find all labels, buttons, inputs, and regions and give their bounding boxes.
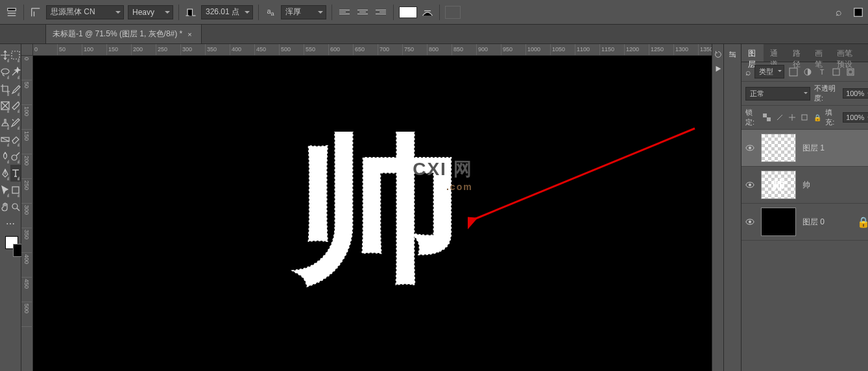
align-left-button[interactable]: [337, 6, 352, 19]
lock-pixels-icon[interactable]: [775, 112, 784, 123]
tab-layers[interactable]: 图层: [741, 44, 764, 62]
dodge-tool[interactable]: [10, 148, 21, 165]
history-icon[interactable]: [713, 49, 723, 60]
brush-tool[interactable]: [10, 97, 21, 114]
text-color-swatch[interactable]: [399, 6, 417, 18]
zoom-tool[interactable]: [10, 198, 21, 215]
blend-mode-dropdown[interactable]: 正常: [745, 87, 810, 101]
right-panels: 图层 通道 路径 画笔 画笔预设 ≡ ⌕ 类型 T 正常 不透明度: 10: [723, 44, 868, 371]
hand-tool[interactable]: [0, 198, 10, 215]
font-weight-dropdown[interactable]: Heavy: [128, 5, 173, 19]
gradient-tool[interactable]: [0, 131, 10, 148]
character-panel-toggle[interactable]: [445, 6, 461, 19]
lock-position-icon[interactable]: [788, 112, 796, 123]
layer-thumbnail[interactable]: 帅: [761, 171, 796, 199]
warp-text-icon[interactable]: [421, 6, 434, 19]
visibility-toggle[interactable]: [745, 180, 754, 189]
watermark: CXI 网 .com: [413, 157, 472, 192]
svg-point-5: [12, 155, 17, 160]
tab-brush-presets[interactable]: 画笔预设: [830, 44, 862, 62]
crop-tool[interactable]: [0, 80, 10, 97]
tab-title: 未标题-1 @ 71.5% (图层 1, 灰色/8#) *: [53, 29, 182, 40]
document-tab[interactable]: 未标题-1 @ 71.5% (图层 1, 灰色/8#) * ×: [45, 24, 202, 43]
edit-toolbar[interactable]: ⋯: [0, 215, 21, 232]
svg-rect-17: [802, 115, 807, 120]
frame-tool[interactable]: [0, 97, 10, 114]
vertical-ruler[interactable]: 050100150200250300350400450500: [21, 56, 33, 371]
search-icon[interactable]: ⌕: [832, 6, 845, 19]
divider: [178, 5, 179, 20]
panel-menu-icon[interactable]: ≡: [862, 44, 868, 62]
clone-stamp-tool[interactable]: [0, 114, 10, 131]
layer-row[interactable]: 帅帅: [741, 167, 868, 204]
eraser-tool[interactable]: [10, 131, 21, 148]
filter-adjustment-icon[interactable]: [802, 67, 813, 77]
fill-input[interactable]: 100%: [843, 112, 868, 123]
tab-channels[interactable]: 通道: [764, 44, 786, 62]
layer-thumbnail[interactable]: [761, 208, 796, 236]
layer-filter-row: ⌕ 类型 T: [741, 62, 868, 82]
divider: [393, 5, 394, 20]
svg-point-7: [12, 204, 18, 209]
opacity-label: 不透明度:: [814, 84, 839, 103]
filter-pixel-icon[interactable]: [788, 67, 799, 77]
opacity-input[interactable]: 100%: [843, 88, 868, 99]
history-brush-tool[interactable]: [10, 114, 21, 131]
filter-type-icon[interactable]: T: [817, 67, 827, 77]
visibility-toggle[interactable]: [745, 217, 754, 226]
marquee-tool[interactable]: [10, 47, 21, 64]
eyedropper-tool[interactable]: [10, 80, 21, 97]
tool-preset-icon[interactable]: [5, 6, 18, 19]
divider: [332, 5, 332, 20]
lock-transparent-icon[interactable]: [763, 112, 771, 123]
fill-label: 填充:: [825, 108, 839, 127]
antialias-dropdown[interactable]: 浑厚: [281, 5, 326, 19]
lasso-tool[interactable]: [0, 64, 10, 80]
svg-rect-15: [763, 114, 767, 117]
svg-rect-12: [833, 69, 839, 75]
antialias-icon: aa: [264, 6, 277, 19]
document-tabs: 未标题-1 @ 71.5% (图层 1, 灰色/8#) * ×: [0, 25, 868, 44]
svg-rect-0: [854, 8, 863, 17]
lock-all-icon[interactable]: 🔒: [813, 112, 821, 123]
horizontal-ruler[interactable]: 0501001502002503003504004505005506006507…: [21, 44, 723, 56]
font-family-dropdown[interactable]: 思源黑体 CN: [46, 5, 124, 19]
layer-row[interactable]: 图层 1: [741, 130, 868, 167]
adjustments-icon[interactable]: [727, 49, 738, 60]
shape-tool[interactable]: [10, 182, 21, 198]
filter-shape-icon[interactable]: [831, 67, 841, 77]
magic-wand-tool[interactable]: [10, 64, 21, 80]
svg-rect-16: [767, 117, 771, 121]
align-center-button[interactable]: [356, 6, 370, 19]
play-icon[interactable]: [713, 64, 723, 74]
foreground-background-colors[interactable]: [0, 232, 21, 258]
blur-tool[interactable]: [0, 148, 10, 165]
share-icon[interactable]: [852, 6, 865, 19]
tab-brushes[interactable]: 画笔: [808, 44, 830, 62]
path-selection-tool[interactable]: [0, 182, 10, 198]
tab-paths[interactable]: 路径: [786, 44, 808, 62]
canvas-right-controls: [712, 44, 723, 371]
layer-name[interactable]: 图层 0: [802, 217, 825, 228]
type-tool[interactable]: [10, 165, 21, 182]
layer-name[interactable]: 帅: [802, 180, 810, 191]
canvas-area: 0501001502002503003504004505005506006507…: [21, 44, 723, 371]
pen-tool[interactable]: [0, 165, 10, 182]
layer-thumbnail[interactable]: [761, 134, 796, 162]
lock-label: 锁定:: [745, 108, 759, 127]
search-icon[interactable]: ⌕: [745, 67, 751, 77]
layer-row[interactable]: 图层 0🔒: [741, 204, 868, 241]
font-size-dropdown[interactable]: 326.01 点: [201, 5, 253, 19]
align-right-button[interactable]: [374, 6, 388, 19]
svg-point-21: [749, 184, 751, 186]
close-icon[interactable]: ×: [187, 30, 191, 38]
lock-artboard-icon[interactable]: [801, 112, 809, 123]
canvas[interactable]: 帅 CXI 网 .com: [33, 56, 723, 371]
visibility-toggle[interactable]: [745, 143, 754, 152]
move-tool[interactable]: [0, 47, 10, 64]
layer-name[interactable]: 图层 1: [802, 143, 825, 154]
filter-smart-icon[interactable]: [845, 67, 856, 77]
text-orientation-icon[interactable]: [29, 6, 42, 19]
annotation-arrow: [468, 122, 701, 252]
filter-kind-dropdown[interactable]: 类型: [754, 65, 784, 78]
